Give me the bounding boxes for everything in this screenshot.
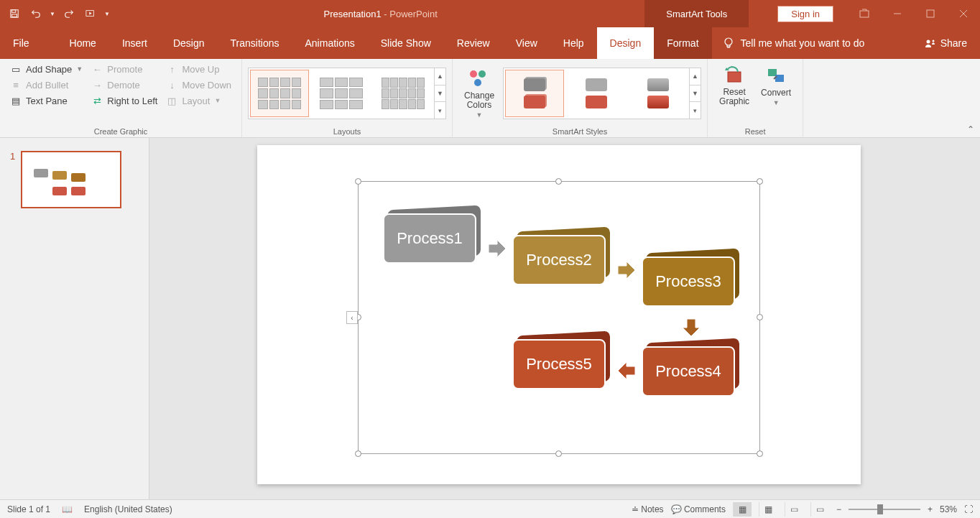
sign-in-button[interactable]: Sign in: [777, 6, 833, 22]
thumb-number: 1: [10, 151, 15, 208]
style-option-3[interactable]: [629, 70, 688, 117]
share-label: Share: [940, 37, 967, 49]
fit-window-icon[interactable]: ⛶: [964, 504, 973, 514]
styles-gallery[interactable]: ▲ ▼ ▾: [503, 68, 701, 119]
change-colors-button[interactable]: Change Colors ▼: [458, 65, 500, 121]
undo-icon[interactable]: [27, 5, 45, 22]
svg-point-13: [932, 40, 934, 42]
zoom-out-button[interactable]: −: [836, 504, 841, 514]
zoom-slider[interactable]: [849, 509, 920, 510]
reading-view-icon[interactable]: ▭: [785, 502, 803, 517]
styles-scroll-up[interactable]: ▲: [690, 68, 701, 85]
tab-file[interactable]: File: [0, 27, 42, 59]
zoom-thumb[interactable]: [877, 504, 883, 514]
arrow-left-icon: ←: [91, 63, 103, 75]
normal-view-icon[interactable]: ▦: [733, 502, 752, 517]
ribbon-options-icon[interactable]: [848, 0, 881, 27]
group-styles: Change Colors ▼ ▲ ▼ ▾ SmartArt Styles: [453, 59, 708, 137]
handle-e[interactable]: [757, 314, 763, 320]
share-button[interactable]: Share: [912, 27, 980, 59]
styles-more[interactable]: ▾: [690, 102, 701, 119]
tab-smartart-design[interactable]: Design: [597, 27, 655, 59]
convert-icon: [765, 65, 787, 86]
add-bullet-button: ≡Add Bullet: [10, 79, 83, 91]
styles-scroll-down[interactable]: ▼: [690, 85, 701, 103]
demote-button: →Demote: [91, 79, 157, 91]
title-sep: -: [382, 9, 390, 19]
layout-option-2[interactable]: [312, 70, 371, 117]
tab-home[interactable]: Home: [57, 27, 109, 59]
handle-s[interactable]: [555, 450, 562, 457]
slideshow-view-icon[interactable]: ▭: [810, 502, 829, 517]
save-icon[interactable]: [6, 5, 23, 22]
style-option-1[interactable]: [505, 70, 564, 117]
qat-more-icon[interactable]: ▼: [103, 5, 111, 22]
tab-transitions[interactable]: Transitions: [218, 27, 292, 59]
slide-indicator[interactable]: Slide 1 of 1: [7, 504, 50, 514]
arrow-1-2: [487, 239, 509, 260]
collapse-ribbon-icon[interactable]: ⌃: [961, 121, 980, 137]
tab-slideshow[interactable]: Slide Show: [368, 27, 444, 59]
move-up-button: ↑Move Up: [166, 63, 231, 75]
process-4-label: Process4: [655, 362, 721, 381]
svg-marker-28: [683, 319, 700, 336]
svg-rect-1: [12, 10, 16, 13]
convert-button[interactable]: Convert ▼: [755, 62, 797, 125]
tab-smartart-format[interactable]: Format: [654, 27, 711, 59]
zoom-in-button[interactable]: +: [928, 504, 933, 514]
tab-design[interactable]: Design: [160, 27, 218, 59]
thumb-row: 1: [10, 151, 139, 208]
handle-nw[interactable]: [355, 178, 361, 185]
slide-canvas[interactable]: ‹ Process1 Process2 Process3 Process4: [149, 138, 980, 499]
layouts-scroll-down[interactable]: ▼: [435, 85, 445, 103]
slide-thumbnail-1[interactable]: [21, 151, 121, 208]
sorter-view-icon[interactable]: ▦: [759, 502, 777, 517]
layouts-scroll-up[interactable]: ▲: [435, 68, 445, 85]
tell-me[interactable]: Tell me what you want to do: [712, 27, 875, 59]
text-pane-handle[interactable]: ‹: [346, 311, 358, 324]
svg-rect-24: [71, 187, 85, 195]
svg-rect-23: [71, 173, 85, 182]
minimize-icon[interactable]: [881, 0, 914, 27]
maximize-icon[interactable]: [914, 0, 947, 27]
layout-option-1[interactable]: [250, 70, 309, 117]
language-status[interactable]: English (United States): [84, 504, 172, 514]
zoom-level[interactable]: 53%: [940, 504, 957, 514]
layouts-more[interactable]: ▾: [435, 102, 445, 119]
text-pane-button[interactable]: ▤Text Pane: [10, 95, 83, 106]
handle-ne[interactable]: [757, 178, 763, 185]
promote-button: ←Promote: [91, 63, 157, 75]
thumbnail-pane[interactable]: 1: [0, 138, 149, 499]
add-shape-button[interactable]: ▭Add Shape ▼: [10, 63, 83, 75]
tab-review[interactable]: Review: [444, 27, 503, 59]
tab-insert[interactable]: Insert: [109, 27, 160, 59]
handle-se[interactable]: [757, 450, 763, 457]
layouts-gallery[interactable]: ▲ ▼ ▾: [248, 68, 446, 119]
tab-animations[interactable]: Animations: [292, 27, 367, 59]
svg-point-14: [470, 70, 477, 78]
start-from-beginning-icon[interactable]: [82, 5, 99, 22]
undo-more-icon[interactable]: ▼: [49, 5, 56, 22]
handle-n[interactable]: [555, 178, 562, 185]
rtl-button[interactable]: ⇄Right to Left: [91, 95, 157, 106]
handle-sw[interactable]: [355, 450, 361, 457]
lightbulb-icon: [722, 37, 735, 50]
spellcheck-icon[interactable]: 📖: [62, 504, 73, 514]
tab-view[interactable]: View: [503, 27, 550, 59]
rtl-icon: ⇄: [91, 95, 103, 106]
redo-icon[interactable]: [60, 5, 78, 22]
styles-scroll: ▲ ▼ ▾: [689, 68, 701, 119]
reset-graphic-label: Reset Graphic: [719, 88, 749, 106]
tell-me-label: Tell me what you want to do: [741, 37, 865, 49]
layout-option-3[interactable]: [374, 70, 433, 117]
svg-rect-2: [12, 14, 17, 17]
close-icon[interactable]: [947, 0, 980, 27]
process-3-label: Process3: [655, 272, 721, 291]
notes-button[interactable]: ≐ Notes: [632, 504, 664, 514]
comments-button[interactable]: 💬 Comments: [671, 504, 726, 514]
tab-help[interactable]: Help: [550, 27, 597, 59]
reset-graphic-button[interactable]: Reset Graphic: [713, 62, 755, 125]
style-option-2[interactable]: [567, 70, 626, 117]
svg-marker-27: [618, 262, 635, 279]
svg-point-16: [474, 79, 481, 86]
